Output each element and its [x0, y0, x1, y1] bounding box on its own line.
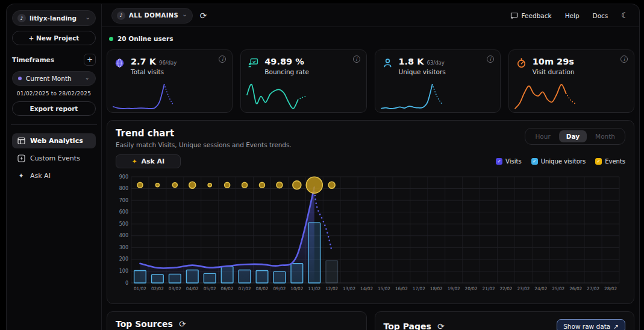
stat-label: Total visits: [131, 68, 177, 75]
top-sources-title: Top Sources: [116, 319, 173, 329]
top-pages-title: Top Pages: [384, 322, 431, 330]
bottom-row: Top Sources ⟳ Top Pages ⟳ Show raw data …: [107, 311, 634, 330]
checkbox-checked-icon: ✓: [595, 158, 602, 165]
info-icon[interactable]: i: [487, 56, 494, 63]
svg-text:18/02: 18/02: [430, 286, 443, 291]
svg-text:05/02: 05/02: [204, 286, 216, 291]
svg-text:0: 0: [125, 281, 128, 286]
project-name: litlyx-landing: [30, 14, 82, 22]
ask-ai-label: Ask AI: [141, 157, 164, 165]
timeframe-dot-icon: [18, 77, 22, 80]
svg-text:100: 100: [119, 268, 128, 274]
granularity-hour-button[interactable]: Hour: [528, 130, 557, 142]
web-analytics-icon: [17, 137, 25, 145]
trend-chart: 010020030040050060070080090001/0202/0203…: [116, 172, 623, 296]
custom-events-icon: [17, 154, 25, 162]
theme-toggle-moon-icon[interactable]: ☾: [621, 11, 628, 20]
add-timeframe-button[interactable]: +: [84, 54, 96, 66]
svg-text:25/02: 25/02: [552, 286, 564, 291]
refresh-icon[interactable]: ⟳: [200, 11, 207, 21]
new-project-button[interactable]: + New Project: [12, 31, 96, 45]
stat-card-bouncing-rate: 49.89 % Bouncing rate i: [240, 49, 366, 113]
show-raw-data-label: Show raw data: [563, 323, 610, 330]
svg-text:07/02: 07/02: [239, 286, 251, 291]
stat-value: 10m 29s: [533, 57, 574, 66]
export-report-button[interactable]: Export report: [12, 101, 96, 116]
granularity-month-button[interactable]: Month: [588, 130, 622, 142]
chevron-down-icon: ⌄: [182, 13, 187, 16]
legend-events-checkbox[interactable]: ✓ Events: [595, 158, 625, 165]
sidebar-item-web-analytics[interactable]: Web Analytics: [12, 133, 96, 148]
trend-chart-card: Trend chart Easily match Visits, Unique …: [107, 120, 634, 304]
topbar: ♪ ALL DOMAINS ⌄ ⟳ Feedback Help Docs ☾: [102, 4, 639, 27]
info-icon[interactable]: i: [621, 56, 628, 63]
legend-visits-checkbox[interactable]: ✓ Visits: [496, 158, 522, 165]
svg-text:03/02: 03/02: [169, 286, 181, 291]
sparkline-unique-visitors: [379, 82, 444, 111]
timeframe-selected: Current Month: [26, 75, 81, 82]
svg-text:08/02: 08/02: [255, 286, 268, 291]
svg-text:23/02: 23/02: [517, 286, 530, 291]
sparkline-bouncing-rate: [245, 82, 310, 111]
svg-text:28/02: 28/02: [604, 286, 617, 291]
litlyx-logo-icon: ♪: [117, 11, 125, 20]
sidebar-item-custom-events[interactable]: Custom Events: [12, 151, 96, 166]
timeframe-select[interactable]: Current Month ⌄: [12, 71, 96, 86]
granularity-day-button[interactable]: Day: [559, 130, 587, 142]
stat-per-day: 96/day: [159, 60, 177, 66]
chart-legend: ✓ Visits ✓ Unique visitors ✓ Events: [496, 158, 625, 165]
info-icon[interactable]: i: [353, 56, 360, 63]
help-link[interactable]: Help: [565, 12, 580, 19]
svg-text:200: 200: [119, 256, 128, 262]
sidebar-item-label: Web Analytics: [30, 137, 83, 145]
svg-text:20/02: 20/02: [465, 286, 478, 291]
svg-text:16/02: 16/02: [395, 286, 408, 291]
svg-text:27/02: 27/02: [587, 286, 599, 291]
refresh-icon[interactable]: ⟳: [437, 322, 445, 330]
stat-card-total-visits: 2.7 K 96/day Total visits i: [107, 49, 233, 113]
svg-text:11/02: 11/02: [308, 286, 320, 291]
stat-card-unique-visitors: 1.8 K 63/day Unique visitors i: [375, 49, 501, 113]
ask-ai-button[interactable]: ✦ Ask AI: [116, 154, 181, 168]
top-pages-card: Top Pages ⟳ Show raw data ↗: [375, 311, 635, 330]
svg-text:17/02: 17/02: [413, 286, 425, 291]
sidebar-divider: [11, 124, 97, 125]
show-raw-data-button[interactable]: Show raw data ↗: [557, 319, 625, 330]
sidebar-item-label: Ask AI: [30, 172, 51, 180]
legend-unique-visitors-checkbox[interactable]: ✓ Unique visitors: [531, 158, 586, 165]
stat-label: Bouncing rate: [264, 68, 309, 75]
stat-label: Unique visitors: [399, 68, 446, 75]
content: 20 Online users 2.7 K 96/day: [102, 27, 639, 330]
stat-per-day: 63/day: [427, 60, 444, 66]
svg-text:19/02: 19/02: [448, 286, 460, 291]
info-icon[interactable]: i: [219, 56, 226, 63]
trend-chart-title: Trend chart: [116, 128, 292, 139]
feedback-link[interactable]: Feedback: [510, 12, 552, 19]
domain-selector[interactable]: ♪ ALL DOMAINS ⌄: [111, 8, 193, 24]
svg-text:700: 700: [119, 198, 128, 203]
sparkline-visit-duration: [513, 82, 578, 111]
sidebar-item-ask-ai[interactable]: ✦ Ask AI: [12, 168, 96, 183]
svg-text:22/02: 22/02: [499, 286, 512, 291]
stat-card-visit-duration: 10m 29s Visit duration i: [508, 49, 634, 113]
svg-text:15/02: 15/02: [378, 286, 390, 291]
project-selector[interactable]: ♪ litlyx-landing ⌄: [12, 10, 96, 26]
docs-link[interactable]: Docs: [593, 12, 608, 19]
svg-text:13/02: 13/02: [343, 286, 355, 291]
svg-text:400: 400: [119, 233, 128, 238]
svg-text:10/02: 10/02: [290, 286, 303, 291]
svg-text:12/02: 12/02: [325, 286, 338, 291]
sparkles-icon: ✦: [132, 158, 137, 165]
refresh-icon[interactable]: ⟳: [179, 319, 186, 329]
feedback-label: Feedback: [522, 12, 552, 19]
stat-value: 2.7 K: [131, 57, 156, 66]
svg-text:06/02: 06/02: [221, 286, 234, 291]
app-window: ♪ litlyx-landing ⌄ + New Project Timefra…: [6, 4, 640, 330]
svg-text:300: 300: [119, 245, 128, 250]
litlyx-logo-icon: ♪: [17, 14, 26, 22]
legend-label: Events: [605, 158, 625, 165]
online-users: 20 Online users: [109, 35, 634, 42]
main-area: ♪ ALL DOMAINS ⌄ ⟳ Feedback Help Docs ☾ 2…: [102, 4, 639, 330]
sidebar: ♪ litlyx-landing ⌄ + New Project Timefra…: [7, 4, 102, 330]
trend-chart-subtitle: Easily match Visits, Unique sessions and…: [116, 141, 292, 148]
